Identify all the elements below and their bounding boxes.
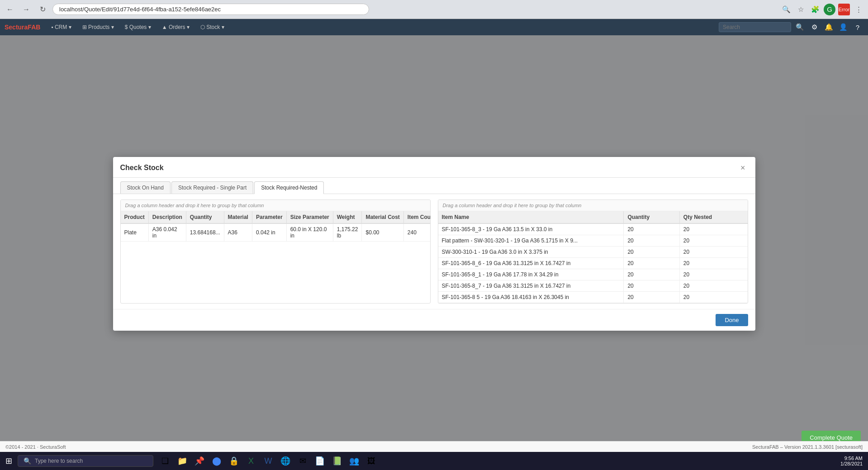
- table-row[interactable]: SW-300-310-1 - 19 Ga A36 3.0 in X 3.375 …: [438, 246, 748, 257]
- cell-qty-nested-2: 20: [679, 246, 747, 257]
- nav-help-icon[interactable]: ?: [852, 21, 863, 33]
- taskbar-right-area: 9:56 AM 1/28/2021: [840, 456, 866, 466]
- app-navbar: SecturaFAB ▪ CRM ▾ ⊞ Products ▾ $ Quotes…: [0, 19, 868, 35]
- taskbar-icon-powerpoint[interactable]: 📌: [191, 453, 208, 469]
- taskbar-icon-teams[interactable]: 👥: [346, 453, 362, 469]
- error-badge[interactable]: Error: [838, 4, 850, 15]
- modal-footer: Done: [113, 309, 755, 331]
- app-brand: SecturaFAB: [5, 24, 40, 31]
- cell-item-name-5: SF-101-365-8_7 - 19 Ga A36 31.3125 in X …: [438, 280, 624, 291]
- version-bar: ©2014 - 2021 · SecturaSoft SecturaFAB – …: [0, 441, 868, 452]
- taskbar-icon-app1[interactable]: 🔒: [226, 453, 242, 469]
- tab-stock-required-single[interactable]: Stock Required - Single Part: [171, 181, 253, 194]
- modal-header: Check Stock ×: [113, 157, 755, 178]
- right-grid-panel: Drag a column header and drop it here to…: [438, 199, 748, 304]
- extension-icon[interactable]: 🧩: [809, 4, 821, 15]
- taskbar-icon-app2[interactable]: 📗: [329, 453, 345, 469]
- left-data-table: Product Description Quantity Material Pa…: [121, 211, 430, 242]
- browser-toolbar: 🔍 ☆ 🧩 G Error ⋮: [780, 4, 864, 15]
- start-button[interactable]: ⊞: [2, 454, 16, 468]
- table-row[interactable]: Flat pattern - SW-301-320-1 - 19 Ga A36 …: [438, 235, 748, 246]
- col-size-parameter[interactable]: Size Parameter: [286, 211, 333, 223]
- table-row[interactable]: SF-101-365-8_1 - 19 Ga A36 17.78 in X 34…: [438, 269, 748, 280]
- taskbar-icon-pdf[interactable]: 📄: [312, 453, 328, 469]
- modal-close-button[interactable]: ×: [738, 162, 748, 174]
- clock-time: 9:56 AM: [840, 456, 863, 461]
- taskbar-icon-edge[interactable]: 🌐: [277, 453, 294, 469]
- col-description[interactable]: Description: [148, 211, 186, 223]
- taskbar-icon-chrome[interactable]: ⬤: [209, 453, 225, 469]
- cell-description: A36 0.042 in: [148, 223, 186, 242]
- cell-quantity-3: 20: [624, 257, 679, 269]
- nav-stock[interactable]: ⬡ Stock ▾: [196, 22, 229, 32]
- cell-qty-nested-3: 20: [679, 257, 747, 269]
- col-product[interactable]: Product: [121, 211, 149, 223]
- cell-qty-nested-0: 20: [679, 223, 747, 235]
- left-table-scroll[interactable]: Product Description Quantity Material Pa…: [121, 211, 430, 303]
- nav-user-icon[interactable]: 👤: [837, 21, 849, 33]
- cell-item-name-3: SF-101-365-8_6 - 19 Ga A36 31.3125 in X …: [438, 257, 624, 269]
- forward-button[interactable]: →: [20, 3, 33, 16]
- cell-quantity-1: 20: [624, 235, 679, 246]
- cell-item-name-2: SW-300-310-1 - 19 Ga A36 3.0 in X 3.375 …: [438, 246, 624, 257]
- nav-bell-icon[interactable]: 🔔: [823, 21, 835, 33]
- nav-crm[interactable]: ▪ CRM ▾: [47, 22, 76, 32]
- version-text: SecturaFAB – Version 2021.1.3.3601 [sect…: [752, 444, 863, 450]
- taskbar-icon-explorer[interactable]: 📁: [174, 453, 190, 469]
- col-item-name[interactable]: Item Name: [438, 211, 624, 223]
- nav-settings-icon[interactable]: ⚙: [808, 21, 820, 33]
- cell-size-parameter: 60.0 in X 120.0 in: [286, 223, 333, 242]
- right-table-header-row: Item Name Quantity Qty Nested: [438, 211, 748, 223]
- table-row[interactable]: SF-101-365-8_6 - 19 Ga A36 31.3125 in X …: [438, 257, 748, 269]
- taskbar-icon-mail[interactable]: ✉: [294, 453, 311, 469]
- cell-item-name-4: SF-101-365-8_1 - 19 Ga A36 17.78 in X 34…: [438, 269, 624, 280]
- col-quantity[interactable]: Quantity: [186, 211, 224, 223]
- modal-title: Check Stock: [120, 164, 164, 172]
- star-icon[interactable]: ☆: [795, 4, 806, 15]
- taskbar: ⊞ 🔍 ❏ 📁 📌 ⬤ 🔒 X W 🌐 ✉ 📄 📗 👥 🖼 9:56 AM 1/…: [0, 452, 868, 470]
- browser-chrome: ← → ↻ localhost/Quote/Edit/91d77e4d-6f64…: [0, 0, 868, 19]
- taskbar-icon-excel[interactable]: X: [243, 453, 259, 469]
- nav-search-icon[interactable]: 🔍: [794, 21, 806, 33]
- cell-quantity-2: 20: [624, 246, 679, 257]
- cell-qty-nested-5: 20: [679, 280, 747, 291]
- taskbar-icon-word[interactable]: W: [260, 453, 276, 469]
- tab-stock-on-hand[interactable]: Stock On Hand: [120, 181, 171, 194]
- table-row[interactable]: SF-101-365-8 5 - 19 Ga A36 18.4163 in X …: [438, 291, 748, 303]
- menu-icon[interactable]: ⋮: [853, 4, 864, 15]
- nav-search-input[interactable]: [719, 22, 791, 32]
- tab-stock-required-nested[interactable]: Stock Required-Nested: [254, 181, 324, 194]
- taskbar-search-input[interactable]: [35, 458, 143, 464]
- cell-quantity-6: 20: [624, 291, 679, 303]
- col-weight[interactable]: Weight: [333, 211, 362, 223]
- col-item-count[interactable]: Item Count: [403, 211, 430, 223]
- check-stock-modal: Check Stock × Stock On Hand Stock Requir…: [113, 157, 755, 331]
- right-table-scroll[interactable]: Item Name Quantity Qty Nested SF-101-365…: [438, 211, 748, 303]
- table-row[interactable]: SF-101-365-8_3 - 19 Ga A36 13.5 in X 33.…: [438, 223, 748, 235]
- nav-orders[interactable]: ▲ Orders ▾: [157, 22, 194, 32]
- nav-products[interactable]: ⊞ Products ▾: [78, 22, 119, 32]
- table-row[interactable]: Plate A36 0.042 in 13.684168... A36 0.04…: [121, 223, 430, 242]
- cell-quantity-0: 20: [624, 223, 679, 235]
- user-circle-icon[interactable]: G: [824, 4, 835, 15]
- modal-overlay: Check Stock × Stock On Hand Stock Requir…: [0, 35, 868, 452]
- cell-qty-nested-4: 20: [679, 269, 747, 280]
- col-qty-nested[interactable]: Qty Nested: [679, 211, 747, 223]
- cell-material-cost: $0.00: [362, 223, 403, 242]
- col-material[interactable]: Material: [224, 211, 252, 223]
- col-quantity-right[interactable]: Quantity: [624, 211, 679, 223]
- taskbar-icon-photos[interactable]: 🖼: [363, 453, 379, 469]
- nav-quotes[interactable]: $ Quotes ▾: [120, 22, 156, 32]
- taskbar-search-icon: 🔍: [24, 457, 31, 465]
- col-material-cost[interactable]: Material Cost: [362, 211, 403, 223]
- col-parameter[interactable]: Parameter: [252, 211, 286, 223]
- modal-tabs: Stock On Hand Stock Required - Single Pa…: [113, 178, 755, 194]
- taskbar-search-box[interactable]: 🔍: [18, 455, 153, 467]
- reload-button[interactable]: ↻: [36, 3, 49, 16]
- address-bar[interactable]: localhost/Quote/Edit/91d77e4d-6f64-4fba-…: [52, 4, 369, 15]
- taskbar-icon-view[interactable]: ❏: [157, 453, 173, 469]
- done-button[interactable]: Done: [716, 314, 748, 326]
- back-button[interactable]: ←: [4, 3, 16, 16]
- table-row[interactable]: SF-101-365-8_7 - 19 Ga A36 31.3125 in X …: [438, 280, 748, 291]
- search-icon[interactable]: 🔍: [780, 4, 792, 15]
